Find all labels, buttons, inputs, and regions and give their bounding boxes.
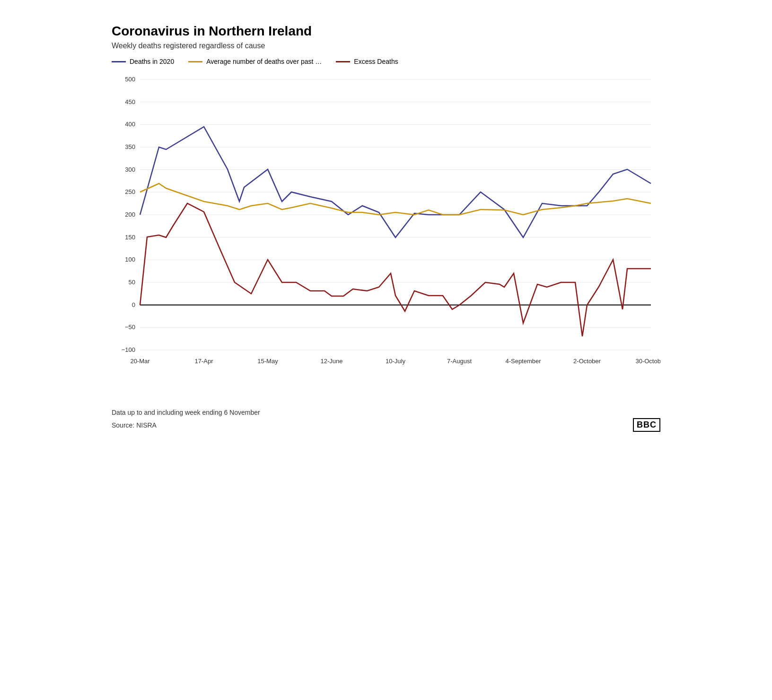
chart-container: Coronavirus in Northern Ireland Weekly d… [102, 9, 670, 441]
svg-text:4-September: 4-September [505, 358, 541, 365]
svg-text:−50: −50 [125, 324, 135, 331]
legend-label-deaths2020: Deaths in 2020 [130, 58, 174, 65]
legend-label-average: Average number of deaths over past … [206, 58, 322, 65]
chart-footer: Data up to and including week ending 6 N… [112, 409, 660, 432]
svg-text:150: 150 [125, 234, 135, 241]
svg-text:200: 200 [125, 211, 135, 218]
svg-text:300: 300 [125, 166, 135, 173]
svg-text:12-June: 12-June [321, 358, 343, 365]
svg-text:7-August: 7-August [447, 358, 472, 365]
deaths-2020-line [140, 127, 651, 237]
legend-line-excess [336, 61, 350, 62]
svg-text:20-Mar: 20-Mar [130, 358, 150, 365]
bbc-logo: BBC [633, 418, 660, 432]
svg-text:10-July: 10-July [386, 358, 405, 365]
legend-item-deaths2020: Deaths in 2020 [112, 58, 174, 65]
chart-area: 500 450 400 350 300 250 200 150 100 50 0 [112, 70, 660, 401]
chart-subtitle: Weekly deaths registered regardless of c… [112, 42, 660, 50]
legend-line-deaths2020 [112, 61, 126, 62]
svg-text:400: 400 [125, 121, 135, 128]
svg-text:30-October: 30-October [635, 358, 660, 365]
average-deaths-line [140, 184, 651, 215]
chart-title: Coronavirus in Northern Ireland [112, 24, 660, 39]
svg-text:17-Apr: 17-Apr [194, 358, 213, 365]
svg-text:100: 100 [125, 256, 135, 263]
svg-text:500: 500 [125, 76, 135, 83]
svg-text:250: 250 [125, 188, 135, 195]
svg-text:−100: −100 [122, 346, 135, 353]
chart-note: Data up to and including week ending 6 N… [112, 409, 260, 416]
svg-text:350: 350 [125, 143, 135, 150]
chart-svg: 500 450 400 350 300 250 200 150 100 50 0 [112, 70, 660, 401]
legend-item-average: Average number of deaths over past … [188, 58, 322, 65]
legend-line-average [188, 61, 202, 62]
svg-text:450: 450 [125, 98, 135, 105]
chart-source: Source: NISRA [112, 421, 157, 429]
excess-deaths-line [140, 203, 651, 336]
legend: Deaths in 2020 Average number of deaths … [112, 58, 660, 65]
svg-text:15-May: 15-May [257, 358, 278, 365]
legend-label-excess: Excess Deaths [354, 58, 398, 65]
svg-text:0: 0 [132, 301, 135, 308]
svg-text:50: 50 [129, 279, 135, 286]
legend-item-excess: Excess Deaths [336, 58, 398, 65]
svg-text:2-October: 2-October [573, 358, 601, 365]
